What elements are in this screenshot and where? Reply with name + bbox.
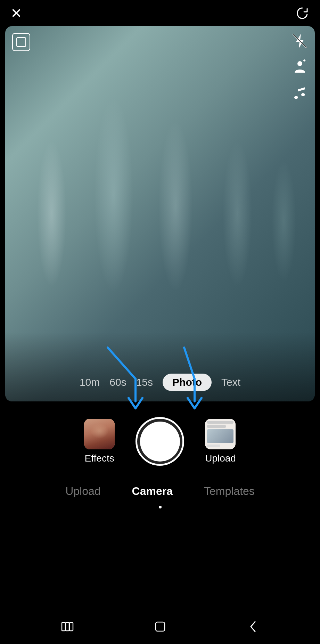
nav-active-dot bbox=[159, 506, 162, 508]
mode-15s[interactable]: 15s bbox=[136, 376, 153, 388]
mode-selector: 10m 60s 15s Photo Text bbox=[5, 374, 315, 391]
svg-point-3 bbox=[297, 61, 302, 66]
mode-60s[interactable]: 60s bbox=[109, 376, 126, 388]
system-nav-bar bbox=[0, 609, 320, 644]
nav-tab-camera[interactable]: Camera bbox=[132, 485, 173, 498]
nav-tab-upload[interactable]: Upload bbox=[65, 485, 100, 498]
nav-tab-templates[interactable]: Templates bbox=[204, 485, 255, 498]
effects-label: Effects bbox=[85, 453, 114, 464]
effects-button[interactable]: Effects bbox=[84, 419, 115, 464]
svg-rect-10 bbox=[66, 622, 69, 631]
effects-thumbnail bbox=[84, 419, 115, 449]
mode-10m[interactable]: 10m bbox=[80, 376, 100, 388]
flash-off-icon[interactable] bbox=[292, 33, 308, 49]
mode-text[interactable]: Text bbox=[221, 376, 240, 388]
music-icon[interactable] bbox=[293, 84, 307, 100]
upload-button[interactable]: Upload bbox=[205, 419, 236, 464]
svg-rect-9 bbox=[62, 622, 65, 631]
frame-icon-button[interactable] bbox=[12, 33, 30, 51]
refresh-button[interactable] bbox=[295, 6, 310, 21]
home-icon[interactable] bbox=[153, 619, 168, 634]
svg-rect-12 bbox=[156, 622, 165, 631]
nav-tabs: Upload Camera Templates bbox=[0, 485, 320, 498]
close-button[interactable]: ✕ bbox=[10, 5, 22, 21]
svg-text:✦: ✦ bbox=[302, 59, 306, 63]
shutter-inner bbox=[140, 422, 180, 462]
upload-thumbnail bbox=[205, 419, 236, 449]
upload-label: Upload bbox=[205, 453, 236, 464]
mode-photo[interactable]: Photo bbox=[163, 374, 212, 391]
recent-apps-icon[interactable] bbox=[60, 619, 75, 634]
back-icon[interactable] bbox=[245, 619, 261, 634]
svg-rect-11 bbox=[69, 622, 73, 631]
top-bar: ✕ bbox=[0, 0, 320, 26]
shutter-button[interactable] bbox=[136, 417, 184, 466]
camera-viewfinder[interactable]: ✦ 10m 60s 15s Photo Text bbox=[5, 26, 315, 401]
ar-avatar-icon[interactable]: ✦ bbox=[292, 59, 308, 75]
bottom-controls: Effects Upload bbox=[0, 401, 320, 481]
